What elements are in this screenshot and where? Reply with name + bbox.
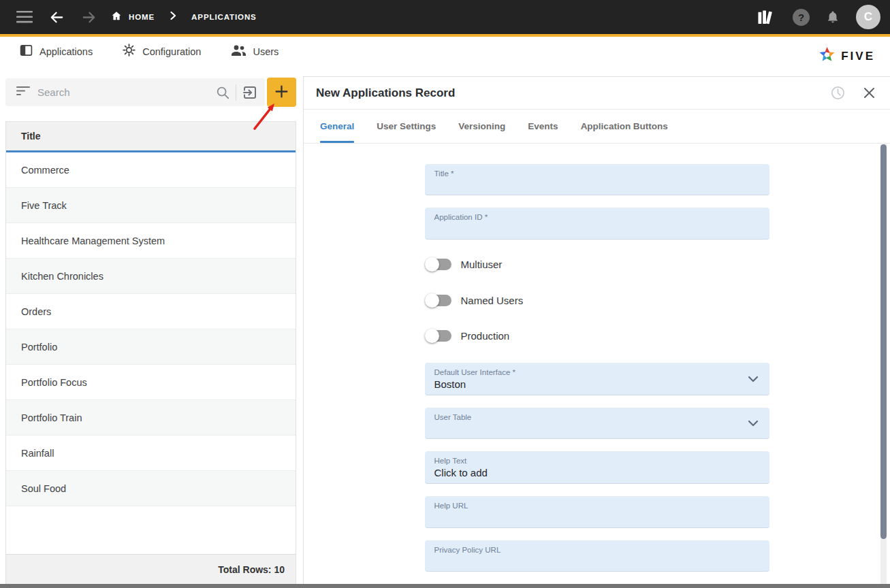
record-panel-header: New Applications Record [304, 77, 890, 110]
five-brand-logo: FIVE [818, 46, 875, 67]
add-record-button[interactable] [267, 78, 296, 107]
list-item[interactable]: Kitchen Chronicles [6, 259, 296, 294]
multiuser-toggle-row: Multiuser [425, 256, 769, 274]
total-rows-label: Total Rows: 10 [218, 564, 296, 575]
search-input[interactable] [30, 86, 215, 98]
total-rows-footer: Total Rows: 10 [6, 554, 296, 584]
default-user-interface-label: Default User Interface * [434, 368, 760, 376]
breadcrumb-home[interactable]: HOME [110, 10, 155, 24]
named-users-toggle-row: Named Users [425, 291, 769, 309]
forward-arrow-icon[interactable] [81, 10, 97, 25]
list-item[interactable]: Rainfall [6, 436, 296, 471]
record-tabs: General User Settings Versioning Events … [304, 110, 890, 144]
search-bar [5, 78, 265, 106]
multiuser-toggle[interactable] [426, 259, 451, 270]
plus-icon [274, 84, 289, 101]
production-label: Production [461, 330, 510, 342]
tab-users-label: Users [253, 46, 279, 57]
named-users-label: Named Users [461, 295, 524, 306]
toggle-knob [425, 293, 439, 308]
toggle-knob [425, 329, 439, 343]
five-pinwheel-icon [818, 46, 836, 67]
application-id-field-label: Application ID * [434, 213, 760, 221]
tab-general[interactable]: General [320, 110, 354, 143]
list-item[interactable]: Portfolio Focus [6, 365, 296, 400]
title-field[interactable]: Title * [425, 164, 769, 195]
help-text-label: Help Text [434, 457, 760, 465]
tab-users[interactable]: Users [230, 44, 279, 59]
library-books-icon[interactable] [756, 9, 776, 26]
tab-configuration-label: Configuration [142, 46, 201, 57]
vertical-scrollbar-thumb[interactable] [880, 144, 887, 539]
help-url-field[interactable]: Help URL [425, 496, 769, 527]
privacy-policy-url-label: Privacy Policy URL [434, 546, 760, 554]
applications-icon [19, 44, 33, 60]
list-item[interactable]: Soul Food [6, 471, 296, 506]
records-table: Title Commerce Five Track Healthcare Man… [5, 121, 296, 584]
hamburger-menu-icon[interactable] [16, 11, 33, 23]
list-item[interactable]: Commerce [6, 152, 296, 188]
help-url-label: Help URL [434, 502, 760, 510]
home-icon [110, 10, 123, 24]
privacy-policy-url-field[interactable]: Privacy Policy URL [425, 540, 769, 572]
tab-applications-label: Applications [39, 46, 93, 57]
tab-versioning[interactable]: Versioning [458, 110, 505, 143]
toggle-knob [425, 257, 439, 272]
configuration-gear-icon [122, 43, 136, 60]
production-toggle[interactable] [426, 330, 451, 342]
help-text-value: Click to add [434, 467, 760, 478]
chevron-down-icon [748, 417, 759, 429]
tab-user-settings[interactable]: User Settings [377, 110, 436, 143]
records-list-panel: Title Commerce Five Track Healthcare Man… [5, 76, 296, 584]
tab-configuration[interactable]: Configuration [122, 43, 201, 60]
avatar[interactable]: C [856, 5, 880, 29]
page: HOME APPLICATIONS ? C [0, 0, 890, 588]
record-panel-title: New Applications Record [316, 86, 455, 100]
tab-events[interactable]: Events [528, 110, 558, 143]
default-user-interface-value: Boston [434, 378, 760, 390]
breadcrumb-home-label: HOME [129, 13, 155, 21]
brand-wordmark: FIVE [841, 50, 875, 63]
breadcrumb-chevron-icon [170, 11, 176, 23]
history-clock-icon[interactable] [830, 85, 846, 101]
record-form: Title * Application ID * Multiuser Named… [304, 145, 890, 584]
chevron-down-icon [748, 373, 759, 385]
list-item[interactable]: Portfolio [6, 329, 296, 365]
help-text-field[interactable]: Help Text Click to add [425, 451, 769, 484]
multiuser-label: Multiuser [461, 259, 503, 270]
users-icon [230, 44, 247, 59]
module-toolbar: Applications Configuration Users [0, 37, 890, 76]
tab-applications[interactable]: Applications [19, 44, 93, 60]
breadcrumb-current-label: APPLICATIONS [191, 13, 257, 21]
application-id-field[interactable]: Application ID * [425, 208, 769, 239]
list-item[interactable]: Portfolio Train [6, 400, 296, 436]
divider [236, 84, 236, 101]
go-to-record-icon[interactable] [242, 84, 258, 101]
notifications-bell-icon[interactable] [826, 10, 840, 24]
horizontal-scrollbar[interactable] [0, 584, 890, 588]
close-icon[interactable] [863, 87, 875, 99]
column-header-title[interactable]: Title [6, 122, 296, 152]
user-table-select[interactable]: User Table [425, 408, 769, 439]
new-record-panel: New Applications Record General User Set… [303, 76, 890, 584]
default-user-interface-select[interactable]: Default User Interface * Boston [425, 363, 769, 395]
user-table-label: User Table [434, 413, 760, 421]
breadcrumb: HOME APPLICATIONS [110, 10, 257, 24]
help-icon[interactable]: ? [793, 9, 810, 26]
list-item[interactable]: Healthcare Management System [6, 223, 296, 259]
list-item[interactable]: Orders [6, 294, 296, 329]
search-icon[interactable] [215, 85, 230, 100]
title-field-label: Title * [434, 169, 760, 178]
filter-icon[interactable] [16, 86, 30, 99]
production-toggle-row: Production [425, 327, 769, 345]
top-navbar: HOME APPLICATIONS ? C [0, 0, 890, 34]
tab-application-buttons[interactable]: Application Buttons [581, 110, 668, 143]
list-item[interactable]: Five Track [6, 188, 296, 223]
named-users-toggle[interactable] [426, 295, 451, 306]
back-arrow-icon[interactable] [49, 10, 65, 25]
column-header-label: Title [6, 131, 41, 142]
vertical-scrollbar-track[interactable] [880, 144, 887, 584]
